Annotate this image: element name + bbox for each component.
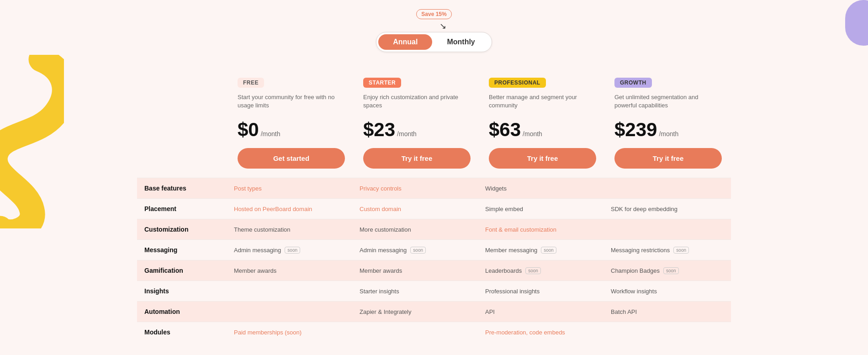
header-spacer [137,70,228,178]
price-period-growth: /month [659,130,678,138]
feature-cell: Starter insights [354,281,480,301]
feature-cell [605,219,731,239]
plan-badge-growth: GROWTH [614,78,652,88]
price-amount-growth: $239 [614,119,657,141]
plan-badge-starter: STARTER [363,78,401,88]
plan-desc-growth: Get unlimited segmentation and powerful … [614,93,722,111]
feature-cell [228,302,354,322]
feature-cell: Privacy controls [354,178,480,198]
soon-badge: soon [663,267,679,274]
feature-row: AutomationZapier & IntegratelyAPIBatch A… [137,301,731,322]
feature-cell: Member messagingsoon [480,240,605,260]
plan-header-growth: GROWTH Get unlimited segmentation and po… [605,70,731,178]
feature-row: CustomizationTheme customizationMore cus… [137,219,731,239]
feature-cell: Paid memberships (soon) [228,322,354,342]
feature-cell [605,178,731,198]
feature-category: Gamification [137,260,228,281]
feature-category: Messaging [137,240,228,260]
cta-growth[interactable]: Try it free [614,148,722,169]
feature-cell: Hosted on PeerBoard domain [228,199,354,219]
feature-cell: Champion Badgessoon [605,260,731,281]
feature-cell: Member awards [228,260,354,281]
feature-cell: Professional insights [480,281,605,301]
feature-cell: Theme customization [228,219,354,239]
cta-free[interactable]: Get started [238,148,345,169]
billing-toggle-container: Save 15% ↘ Annual Monthly [376,9,492,52]
feature-cell: Messaging restrictionssoon [605,240,731,260]
annual-toggle[interactable]: Annual [378,34,432,50]
feature-cell: Zapier & Integrately [354,302,480,322]
price-period-free: /month [261,130,281,138]
feature-row: PlacementHosted on PeerBoard domainCusto… [137,198,731,219]
feature-row: MessagingAdmin messagingsoonAdmin messag… [137,239,731,260]
feature-cell: Admin messagingsoon [228,240,354,260]
feature-cell: Widgets [480,178,605,198]
plan-header-professional: PROFESSIONAL Better manage and segment y… [480,70,605,178]
cta-professional[interactable]: Try it free [489,148,596,169]
feature-cell: SDK for deep embedding [605,199,731,219]
plan-price-free: $0 /month [238,119,281,141]
plan-desc-starter: Enjoy rich customization and private spa… [363,93,471,111]
plan-desc-free: Start your community for free with no us… [238,93,345,111]
price-period-professional: /month [523,130,542,138]
feature-cell: Batch API [605,302,731,322]
main-content: Save 15% ↘ Annual Monthly FREE Start you… [0,0,868,355]
soon-badge: soon [410,247,426,254]
soon-badge: soon [525,267,541,274]
feature-category: Placement [137,199,228,219]
feature-category: Customization [137,219,228,239]
feature-cell: More customization [354,219,480,239]
feature-cell [605,322,731,342]
feature-category: Modules [137,322,228,342]
pricing-area: FREE Start your community for free with … [137,70,731,178]
plan-price-starter: $23 /month [363,119,417,141]
billing-toggle[interactable]: Annual Monthly [376,32,492,52]
feature-cell: Font & email customization [480,219,605,239]
soon-badge: soon [541,247,556,254]
price-period-starter: /month [397,130,417,138]
soon-badge: soon [285,247,300,254]
plan-price-professional: $63 /month [489,119,542,141]
feature-cell: Custom domain [354,199,480,219]
features-table: Base featuresPost typesPrivacy controlsW… [137,178,731,342]
plan-header-free: FREE Start your community for free with … [228,70,354,178]
feature-cell: Post types [228,178,354,198]
plan-price-growth: $239 /month [614,119,678,141]
cta-starter[interactable]: Try it free [363,148,471,169]
feature-cell [354,322,480,342]
feature-category: Insights [137,281,228,301]
plan-badge-free: FREE [238,78,264,88]
price-amount-professional: $63 [489,119,521,141]
feature-row: Base featuresPost typesPrivacy controlsW… [137,178,731,198]
feature-cell [228,281,354,301]
plan-desc-professional: Better manage and segment your community [489,93,596,111]
feature-row: InsightsStarter insightsProfessional ins… [137,281,731,301]
soon-badge: soon [673,247,689,254]
plan-header-starter: STARTER Enjoy rich customization and pri… [354,70,480,178]
arrow-icon: ↘ [439,21,446,31]
feature-row: ModulesPaid memberships (soon)Pre-modera… [137,322,731,342]
feature-cell: Admin messagingsoon [354,240,480,260]
feature-cell: Member awards [354,260,480,281]
feature-cell: Simple embed [480,199,605,219]
plan-badge-professional: PROFESSIONAL [489,78,546,88]
price-amount-free: $0 [238,119,259,141]
monthly-toggle[interactable]: Monthly [432,34,489,50]
feature-cell: Pre-moderation, code embeds [480,322,605,342]
price-amount-starter: $23 [363,119,395,141]
save-badge: Save 15% [416,9,451,19]
feature-category: Base features [137,178,228,198]
feature-cell: Workflow insights [605,281,731,301]
feature-cell: Leaderboardssoon [480,260,605,281]
feature-row: GamificationMember awardsMember awardsLe… [137,260,731,281]
feature-cell: API [480,302,605,322]
feature-category: Automation [137,302,228,322]
